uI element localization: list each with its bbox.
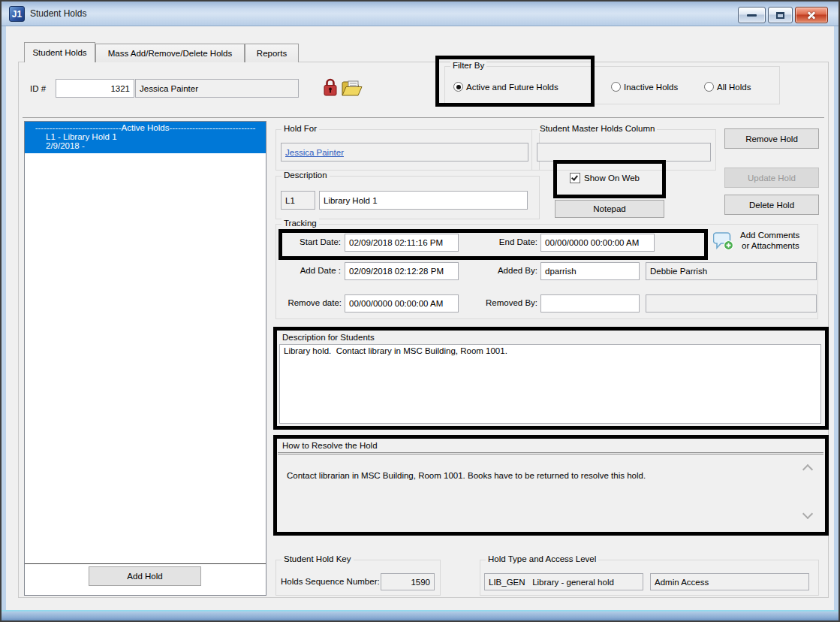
radio-label: Inactive Holds xyxy=(624,83,678,92)
tab-label: Student Holds xyxy=(32,48,86,57)
radio-label: All Holds xyxy=(717,83,751,92)
close-icon xyxy=(806,10,817,20)
filter-by-legend: Filter By xyxy=(450,61,486,70)
student-name-field: Jessica Painter xyxy=(135,79,299,98)
id-label: ID # xyxy=(30,84,46,93)
chevron-up-icon[interactable] xyxy=(804,463,813,473)
window-frame-bottom xyxy=(2,610,838,620)
notepad-button[interactable]: Notepad xyxy=(555,200,664,218)
start-date-input[interactable]: 02/09/2018 02:11:16 PM xyxy=(345,234,459,252)
chevron-down-icon[interactable] xyxy=(804,512,813,521)
checkbox-icon xyxy=(570,173,580,183)
open-folder-icon[interactable] xyxy=(341,80,363,98)
description-for-students-legend: Description for Students xyxy=(282,333,375,342)
radio-label: Active and Future Holds xyxy=(466,83,558,92)
hold-date: 2/9/2018 - xyxy=(25,141,266,150)
student-hold-key-legend: Student Hold Key xyxy=(282,554,354,563)
minimize-icon xyxy=(747,14,757,17)
list-divider xyxy=(25,563,266,564)
student-link[interactable]: Jessica Painter xyxy=(285,148,344,157)
description-legend: Description xyxy=(282,171,330,180)
description-for-students-textarea[interactable]: Library hold. Contact library in MSC Bui… xyxy=(279,344,821,424)
window-title: Student Holds xyxy=(30,8,86,19)
window-frame-left xyxy=(2,26,6,610)
red-lock-icon[interactable] xyxy=(323,77,338,98)
remove-date-field[interactable]: 00/00/0000 00:00:00 AM xyxy=(345,294,459,313)
checkbox-label: Show On Web xyxy=(584,174,640,183)
removed-by-label: Removed By: xyxy=(471,298,537,307)
maximize-button[interactable] xyxy=(768,7,793,23)
list-group-header: ------------------------------Active Hol… xyxy=(25,123,266,132)
removed-by-input[interactable] xyxy=(540,294,640,313)
start-date-label: Start Date: xyxy=(287,237,341,246)
title-bar[interactable]: J1 Student Holds xyxy=(2,2,838,26)
student-holds-window: J1 Student Holds Student Holds Mass Add/… xyxy=(0,0,840,622)
speech-bubble-add-icon[interactable] xyxy=(713,231,734,251)
added-by-name-field: Debbie Parrish xyxy=(646,262,817,280)
add-comments-label-2: or Attachments xyxy=(742,241,799,250)
header-separator xyxy=(23,117,824,118)
tab-student-holds[interactable]: Student Holds xyxy=(24,42,95,62)
add-date-label: Add Date : xyxy=(281,266,341,275)
hold-for-legend: Hold For xyxy=(282,124,319,133)
hold-code-field: L1 xyxy=(281,191,315,210)
remove-hold-button[interactable]: Remove Hold xyxy=(724,128,819,149)
student-master-holds-field xyxy=(537,143,711,162)
holds-sequence-number-field: 1590 xyxy=(381,573,435,590)
student-master-holds-legend: Student Master Holds Column xyxy=(537,124,657,133)
holds-list[interactable]: ------------------------------Active Hol… xyxy=(24,121,266,596)
show-on-web-checkbox[interactable]: Show On Web xyxy=(570,173,640,183)
radio-icon xyxy=(704,82,714,92)
how-to-resolve-text: Contact librarian in MSC Building, Room … xyxy=(287,471,793,480)
added-by-label: Added By: xyxy=(474,266,537,275)
id-input[interactable]: 1321 xyxy=(56,79,134,98)
remove-date-label: Remove date: xyxy=(275,298,342,307)
close-button[interactable] xyxy=(795,7,828,23)
radio-active-and-future-holds[interactable]: Active and Future Holds xyxy=(453,82,558,92)
maximize-icon xyxy=(776,12,784,19)
how-to-resolve-legend: How to Resolve the Hold xyxy=(282,441,378,450)
window-frame-right xyxy=(834,26,838,610)
hold-for-field: Jessica Painter xyxy=(281,143,528,162)
add-date-field[interactable]: 02/09/2018 02:12:28 PM xyxy=(345,262,459,280)
removed-by-name-field xyxy=(646,294,817,313)
list-item-selected[interactable]: ------------------------------Active Hol… xyxy=(25,122,266,153)
tab-label: Mass Add/Remove/Delete Holds xyxy=(108,49,233,58)
delete-hold-button[interactable]: Delete Hold xyxy=(724,195,819,215)
hold-type-field: LIB_GEN Library - general hold xyxy=(484,573,643,590)
how-to-resolve-textbox[interactable]: Contact librarian in MSC Building, Room … xyxy=(278,454,823,531)
tab-mass-add-remove-delete-holds[interactable]: Mass Add/Remove/Delete Holds xyxy=(95,44,245,62)
end-date-label: End Date: xyxy=(473,237,537,246)
radio-inactive-holds[interactable]: Inactive Holds xyxy=(611,82,678,92)
access-level-field: Admin Access xyxy=(650,573,809,590)
hold-description-field[interactable]: Library Hold 1 xyxy=(319,191,528,210)
tab-label: Reports xyxy=(257,49,287,58)
update-hold-button: Update Hold xyxy=(724,168,819,188)
added-by-input[interactable]: dparrish xyxy=(540,262,640,280)
hold-title: L1 - Library Hold 1 xyxy=(25,132,266,141)
holds-sequence-number-label: Holds Sequence Number: xyxy=(281,577,380,586)
j1-logo-icon: J1 xyxy=(9,6,25,22)
add-hold-button[interactable]: Add Hold xyxy=(89,566,201,586)
radio-all-holds[interactable]: All Holds xyxy=(704,82,751,92)
end-date-input[interactable]: 00/00/0000 00:00:00 AM xyxy=(540,234,655,252)
add-comments-label-1: Add Comments xyxy=(740,231,799,240)
minimize-button[interactable] xyxy=(738,7,766,23)
hold-type-access-legend: Hold Type and Access Level xyxy=(486,554,598,563)
tracking-legend: Tracking xyxy=(282,219,319,228)
radio-icon xyxy=(611,82,621,92)
radio-icon xyxy=(453,82,463,92)
tab-reports[interactable]: Reports xyxy=(245,44,299,62)
